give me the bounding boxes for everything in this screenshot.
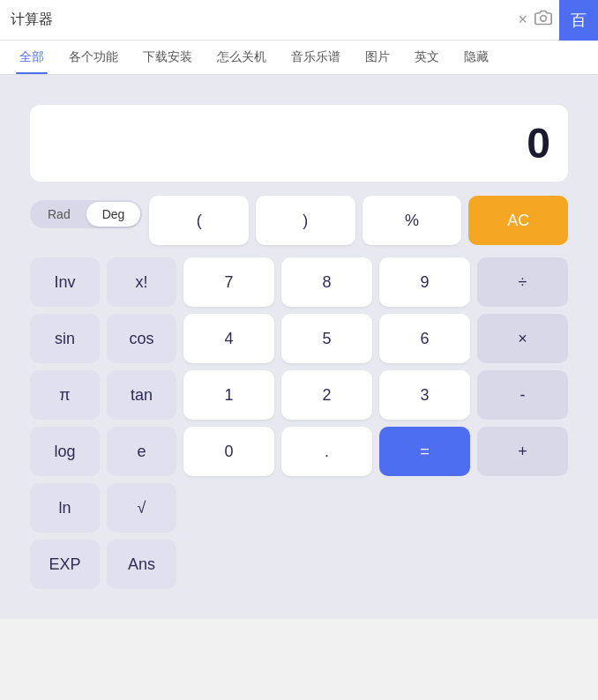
close-icon[interactable]: × [518, 11, 527, 29]
btn-sqrt[interactable]: √ [107, 483, 176, 532]
tab-music[interactable]: 音乐乐谱 [279, 41, 353, 74]
btn-cos[interactable]: cos [107, 314, 176, 363]
btn-tan[interactable]: tan [107, 370, 176, 420]
btn-inv[interactable]: Inv [30, 257, 100, 307]
btn-7[interactable]: 7 [183, 257, 274, 307]
mode-rad-button[interactable]: Rad [32, 202, 86, 227]
tab-shutdown[interactable]: 怎么关机 [205, 41, 279, 74]
btn-factorial[interactable]: x! [107, 257, 176, 307]
tab-all[interactable]: 全部 [7, 41, 56, 74]
btn-percent[interactable]: % [363, 196, 462, 245]
mode-deg-button[interactable]: Deg [86, 202, 141, 227]
btn-5[interactable]: 5 [281, 314, 372, 363]
tab-images[interactable]: 图片 [353, 41, 402, 74]
btn-decimal[interactable]: . [281, 427, 372, 476]
btn-equals[interactable]: = [379, 427, 470, 476]
tab-hidden[interactable]: 隐藏 [452, 41, 501, 74]
btn-ac[interactable]: AC [468, 196, 568, 245]
btn-multiply[interactable]: × [477, 314, 568, 363]
mode-toggle: Rad Deg [30, 200, 142, 228]
camera-icon[interactable] [534, 9, 552, 31]
btn-pi[interactable]: π [30, 370, 100, 420]
btn-subtract[interactable]: - [477, 370, 568, 420]
btn-log[interactable]: log [30, 427, 100, 476]
num-buttons: 7 8 9 ÷ 4 5 6 × 1 2 3 - 0 . = + [183, 257, 568, 476]
btn-3[interactable]: 3 [379, 370, 470, 420]
btn-divide[interactable]: ÷ [477, 257, 568, 307]
btn-2[interactable]: 2 [281, 370, 372, 420]
nav-tabs: 全部 各个功能 下载安装 怎么关机 音乐乐谱 图片 英文 隐藏 [0, 41, 598, 75]
top-area: Rad Deg ( ) % AC [30, 196, 568, 245]
search-input[interactable] [11, 12, 511, 28]
display-value: 0 [527, 119, 550, 168]
btn-close-paren[interactable]: ) [256, 196, 355, 245]
calculator-wrapper: 0 Rad Deg ( ) % AC Inv x! sin cos π [0, 75, 598, 619]
top-num-row: ( ) % AC [149, 196, 568, 245]
calculator-display: 0 [30, 105, 568, 182]
btn-1[interactable]: 1 [183, 370, 274, 420]
btn-0[interactable]: 0 [183, 427, 274, 476]
btn-4[interactable]: 4 [183, 314, 274, 363]
btn-add[interactable]: + [477, 427, 568, 476]
search-button[interactable]: 百 [559, 0, 598, 41]
btn-exp[interactable]: EXP [30, 540, 100, 589]
btn-6[interactable]: 6 [379, 314, 470, 363]
tab-download[interactable]: 下载安装 [131, 41, 205, 74]
search-bar: × 百 [0, 0, 598, 41]
btn-ln[interactable]: ln [30, 483, 100, 532]
btn-open-paren[interactable]: ( [149, 196, 249, 245]
tab-features[interactable]: 各个功能 [56, 41, 131, 74]
tab-english[interactable]: 英文 [402, 41, 452, 74]
svg-point-0 [541, 16, 547, 22]
btn-e[interactable]: e [107, 427, 176, 476]
btn-ans[interactable]: Ans [107, 540, 176, 589]
btn-sin[interactable]: sin [30, 314, 100, 363]
btn-8[interactable]: 8 [281, 257, 372, 307]
btn-9[interactable]: 9 [379, 257, 470, 307]
sci-buttons: Inv x! sin cos π tan log e ln √ EXP Ans [30, 257, 176, 589]
main-area: Inv x! sin cos π tan log e ln √ EXP Ans … [30, 257, 568, 589]
calculator: 0 Rad Deg ( ) % AC Inv x! sin cos π [16, 91, 582, 603]
